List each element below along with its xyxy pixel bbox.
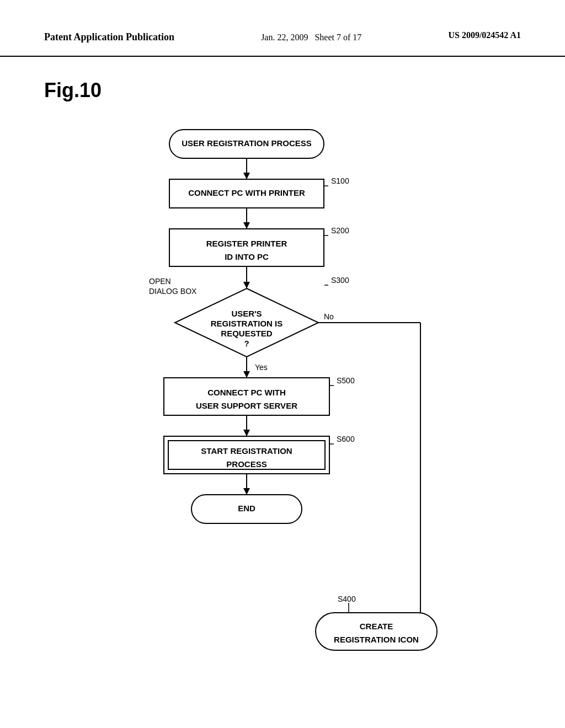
s300-node-label-2: REGISTRATION IS: [211, 319, 283, 328]
end-node-label: END: [238, 504, 255, 513]
page: Patent Application Publication Jan. 22, …: [0, 0, 565, 728]
s200-node-label-2: ID INTO PC: [225, 252, 269, 261]
s600-node-label-2: PROCESS: [226, 459, 266, 469]
s200-node-label-1: REGISTER PRINTER: [206, 239, 287, 248]
svg-rect-29: [316, 613, 437, 650]
svg-marker-6: [243, 222, 250, 229]
publication-date-sheet: Jan. 22, 2009 Sheet 7 of 17: [261, 30, 361, 45]
open-dialog-label-1: OPEN: [149, 277, 171, 286]
s600-step-label: S600: [337, 435, 355, 443]
svg-marker-10: [243, 282, 250, 288]
svg-marker-22: [243, 430, 250, 436]
s300-step-label: S300: [331, 276, 349, 285]
s500-node-label-1: CONNECT PC WITH: [207, 388, 286, 397]
s100-node-label: CONNECT PC WITH PRINTER: [188, 188, 305, 197]
open-dialog-label-2: DIALOG BOX: [149, 287, 197, 296]
s400-node-label-2: REGISTRATION ICON: [334, 635, 419, 644]
start-node-label: USER REGISTRATION PROCESS: [182, 138, 312, 148]
s300-node-label-4: ?: [244, 339, 249, 348]
diagram-area: Fig.10 USER REGISTRATION PROCESS CONNECT…: [0, 57, 565, 720]
s500-step-label: S500: [337, 376, 355, 385]
flowchart: USER REGISTRATION PROCESS CONNECT PC WIT…: [67, 119, 498, 698]
svg-marker-2: [243, 173, 250, 179]
yes-label: Yes: [255, 363, 268, 372]
s600-node-label-1: START REGISTRATION: [201, 446, 292, 456]
s300-node-label-1: USER'S: [231, 309, 262, 318]
publication-title: Patent Application Publication: [44, 30, 174, 44]
s400-node-label-1: CREATE: [360, 622, 393, 631]
figure-label: Fig.10: [44, 79, 521, 102]
svg-marker-27: [243, 488, 250, 495]
s200-step-label: S200: [331, 226, 349, 235]
s400-step-label: S400: [338, 595, 356, 603]
no-label: No: [324, 312, 334, 321]
svg-marker-14: [243, 371, 250, 378]
patent-number: US 2009/024542 A1: [448, 30, 521, 40]
page-header: Patent Application Publication Jan. 22, …: [0, 0, 565, 57]
s300-node-label-3: REQUESTED: [221, 329, 273, 338]
s500-node-label-2: USER SUPPORT SERVER: [196, 401, 297, 410]
s100-step-label: S100: [331, 176, 349, 185]
